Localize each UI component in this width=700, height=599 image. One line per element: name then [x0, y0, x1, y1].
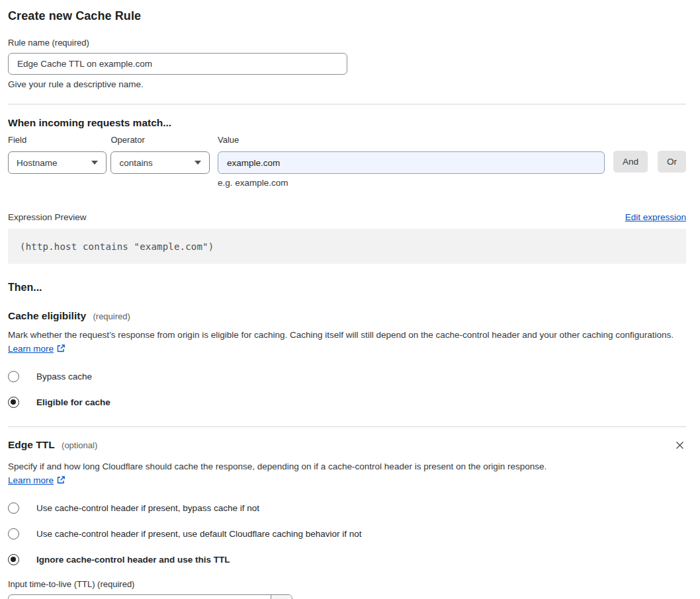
- edit-expression-link[interactable]: Edit expression: [625, 212, 686, 222]
- radio-icon[interactable]: [8, 554, 19, 565]
- radio-icon[interactable]: [8, 528, 19, 539]
- radio-option-ignore-header-ttl[interactable]: Ignore cache-control header and use this…: [8, 554, 686, 565]
- field-label: Field: [8, 135, 107, 145]
- edge-ttl-title: Edge TTL: [8, 439, 55, 450]
- rule-name-label: Rule name (required): [8, 38, 686, 48]
- expression-preview-label: Expression Preview: [8, 212, 87, 222]
- rule-name-input[interactable]: [8, 53, 347, 75]
- expression-builder-row: Field Hostname Operator contains Value e…: [8, 135, 686, 188]
- radio-option-use-header-bypass[interactable]: Use cache-control header if present, byp…: [8, 502, 686, 514]
- radio-icon[interactable]: [8, 397, 19, 408]
- value-help: e.g. example.com: [218, 178, 605, 188]
- radio-icon[interactable]: [8, 371, 19, 382]
- match-heading: When incoming requests match...: [8, 117, 686, 129]
- cache-eligibility-description: Mark whether the request’s response from…: [8, 328, 686, 357]
- operator-select-value: contains: [119, 158, 152, 168]
- edge-ttl-qualifier: (optional): [62, 440, 97, 450]
- radio-option-use-header-default[interactable]: Use cache-control header if present, use…: [8, 528, 686, 539]
- ttl-select-value: 1 day: [9, 595, 271, 599]
- field-select-value: Hostname: [17, 158, 58, 168]
- chevron-down-icon: [195, 161, 201, 165]
- rule-name-help: Give your rule a descriptive name.: [8, 79, 686, 89]
- cache-eligibility-qualifier: (required): [93, 311, 130, 321]
- expression-preview-code: (http.host contains "example.com"): [8, 229, 686, 264]
- then-heading: Then...: [8, 282, 686, 294]
- or-button[interactable]: Or: [658, 151, 686, 173]
- divider: [8, 426, 686, 427]
- radio-option-bypass-cache[interactable]: Bypass cache: [8, 371, 686, 382]
- ttl-select[interactable]: 1 day: [8, 594, 292, 599]
- cache-eligibility-title: Cache eligibility: [8, 310, 86, 321]
- external-link-icon: [56, 475, 66, 489]
- field-select[interactable]: Hostname: [8, 151, 107, 174]
- external-link-icon: [56, 343, 66, 357]
- edge-ttl-description: Specify if and how long Cloudflare shoul…: [8, 459, 567, 489]
- and-button[interactable]: And: [613, 151, 648, 173]
- learn-more-link[interactable]: Learn more: [8, 475, 54, 485]
- value-input[interactable]: [218, 151, 605, 174]
- radio-icon[interactable]: [8, 502, 19, 514]
- chevron-down-icon: [91, 161, 98, 165]
- close-edge-ttl-button[interactable]: [674, 439, 686, 454]
- create-cache-rule-form: Create new Cache Rule Rule name (require…: [0, 0, 700, 599]
- page-title: Create new Cache Rule: [8, 9, 686, 23]
- value-label: Value: [218, 135, 605, 145]
- learn-more-link[interactable]: Learn more: [8, 344, 54, 354]
- ttl-select-arrow-button[interactable]: [271, 595, 292, 599]
- operator-select[interactable]: contains: [110, 151, 209, 174]
- divider: [8, 104, 686, 104]
- ttl-label: Input time-to-live (TTL) (required): [8, 579, 686, 589]
- operator-label: Operator: [110, 135, 209, 145]
- close-icon: [675, 440, 685, 450]
- radio-option-eligible-for-cache[interactable]: Eligible for cache: [8, 397, 686, 408]
